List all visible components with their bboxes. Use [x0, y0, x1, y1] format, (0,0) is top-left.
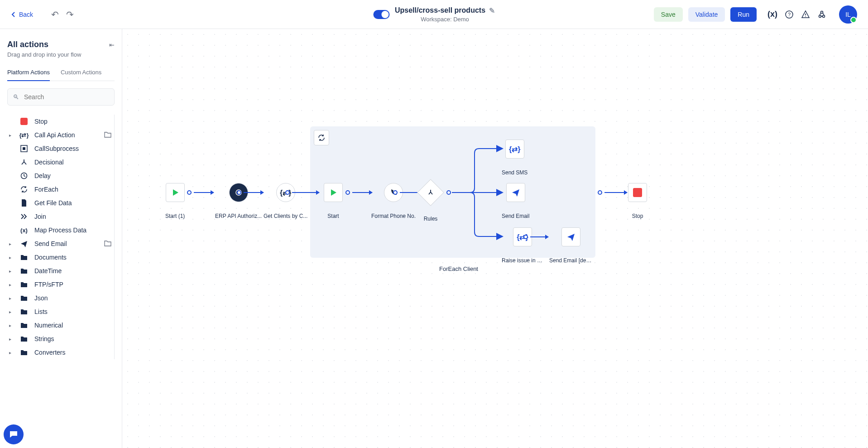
- node-start-2[interactable]: Start: [324, 183, 343, 219]
- action-item[interactable]: ▸Numerical: [7, 318, 113, 332]
- edge: [244, 192, 264, 193]
- undo-button[interactable]: ↶: [51, 9, 59, 20]
- action-item[interactable]: ▸Send Email: [7, 237, 113, 250]
- help-icon[interactable]: ?: [785, 10, 794, 19]
- collapse-sidebar-icon[interactable]: ⇤: [109, 41, 115, 48]
- action-item[interactable]: Decisional: [7, 155, 113, 169]
- node-raise-issue[interactable]: {⇄} Raise issue in J...: [502, 227, 543, 264]
- chevron-right-icon: ▸: [9, 241, 14, 246]
- node-get-clients[interactable]: {⇄} Get Clients by C...: [264, 183, 307, 219]
- folder-icon: [104, 240, 111, 248]
- send-icon: [20, 240, 28, 248]
- webhook-icon[interactable]: [817, 10, 826, 19]
- action-label: Map Process Data: [34, 226, 86, 234]
- node-send-email[interactable]: Send Email: [502, 183, 529, 219]
- search-box: 🔍︎: [7, 88, 115, 106]
- action-label: Delay: [34, 172, 51, 179]
- foreach-label: ForEach Client: [439, 265, 478, 272]
- node-erp-api[interactable]: ERP API Authoriz...: [215, 183, 262, 219]
- subprocess-icon: [20, 145, 28, 153]
- chevron-right-icon: ▸: [9, 337, 14, 342]
- action-item[interactable]: ▸DateTime: [7, 264, 113, 278]
- port[interactable]: [237, 190, 241, 195]
- edge: [292, 192, 319, 193]
- port[interactable]: [598, 190, 602, 195]
- action-item[interactable]: ▸Lists: [7, 305, 113, 318]
- action-label: Send Email: [34, 240, 67, 247]
- port[interactable]: [523, 235, 528, 239]
- header-actions: Save Validate Run (x) ? IL: [654, 5, 857, 24]
- node-stop[interactable]: Stop: [628, 183, 647, 219]
- action-item[interactable]: CallSubprocess: [7, 142, 113, 155]
- sidebar-subtitle: Drag and drop into your flow: [7, 51, 115, 58]
- action-item[interactable]: Get File Data: [7, 196, 113, 210]
- user-avatar[interactable]: IL: [839, 5, 857, 24]
- back-button[interactable]: Back: [11, 11, 33, 18]
- folder-icon: [20, 348, 28, 356]
- action-item[interactable]: ▸{⇄}Call Api Action: [7, 128, 113, 142]
- api-icon: {⇄}: [20, 131, 28, 139]
- chevron-left-icon: [11, 12, 16, 17]
- workspace-label: Workspace: Demo: [395, 16, 495, 23]
- save-button[interactable]: Save: [654, 7, 683, 22]
- action-label: Converters: [34, 349, 65, 356]
- action-label: DateTime: [34, 267, 62, 275]
- flow-canvas[interactable]: ForEach Client Start (1) ERP API Authori…: [122, 29, 868, 448]
- action-label: Lists: [34, 308, 48, 315]
- header-center: Upsell/cross-sell products ✎ Workspace: …: [373, 6, 495, 23]
- tab-platform-actions[interactable]: Platform Actions: [7, 69, 50, 81]
- redo-button[interactable]: ↷: [66, 9, 74, 20]
- tab-custom-actions[interactable]: Custom Actions: [61, 69, 101, 81]
- folder-icon: [20, 280, 28, 289]
- action-item[interactable]: Join: [7, 210, 113, 223]
- action-item[interactable]: ▸FTP/sFTP: [7, 278, 113, 291]
- action-label: Json: [34, 294, 48, 302]
- action-item[interactable]: Delay: [7, 169, 113, 183]
- port[interactable]: [187, 190, 192, 195]
- flow-title: Upsell/cross-sell products ✎: [395, 6, 495, 15]
- chevron-right-icon: ▸: [9, 282, 14, 287]
- search-icon: 🔍︎: [13, 93, 19, 101]
- edge: [604, 192, 627, 193]
- port[interactable]: [285, 190, 290, 195]
- chevron-right-icon: ▸: [9, 296, 14, 301]
- node-rules[interactable]: Rules: [421, 183, 440, 222]
- run-button[interactable]: Run: [730, 7, 757, 22]
- action-item[interactable]: ForEach: [7, 183, 113, 196]
- action-label: FTP/sFTP: [34, 281, 63, 288]
- action-item[interactable]: Stop: [7, 115, 113, 128]
- validate-button[interactable]: Validate: [688, 7, 725, 22]
- action-item[interactable]: ▸Documents: [7, 250, 113, 264]
- search-input[interactable]: [7, 88, 115, 106]
- variables-icon[interactable]: (x): [767, 10, 777, 19]
- node-format-phone[interactable]: Format Phone No.: [371, 183, 416, 219]
- svg-point-3: [805, 16, 806, 17]
- action-label: Strings: [34, 335, 54, 342]
- port[interactable]: [393, 190, 398, 195]
- sync-icon[interactable]: [314, 130, 329, 145]
- warning-icon[interactable]: [801, 10, 810, 19]
- action-label: Stop: [34, 118, 48, 125]
- action-label: Documents: [34, 254, 67, 261]
- chevron-right-icon: ▸: [9, 323, 14, 328]
- varx-icon: (x): [20, 226, 28, 234]
- action-item[interactable]: (x)Map Process Data: [7, 223, 113, 237]
- enable-toggle[interactable]: [373, 10, 389, 19]
- port[interactable]: [446, 190, 451, 195]
- action-item[interactable]: ▸Json: [7, 291, 113, 305]
- node-send-email-default[interactable]: Send Email [defa...: [549, 227, 593, 264]
- chat-fab[interactable]: [4, 424, 24, 444]
- action-label: Call Api Action: [34, 131, 75, 139]
- chevron-right-icon: ▸: [9, 133, 14, 138]
- action-item[interactable]: ▸Strings: [7, 332, 113, 346]
- join-icon: [20, 212, 28, 221]
- svg-rect-8: [23, 147, 25, 150]
- node-start-1[interactable]: Start (1): [165, 183, 185, 219]
- node-send-sms[interactable]: {⇄} Send SMS: [502, 140, 528, 176]
- folder-icon: [20, 294, 28, 302]
- action-item[interactable]: ▸Converters: [7, 346, 113, 359]
- action-label: Get File Data: [34, 199, 72, 207]
- edit-title-icon[interactable]: ✎: [489, 6, 495, 15]
- fork-icon: [20, 158, 28, 166]
- port[interactable]: [345, 190, 350, 195]
